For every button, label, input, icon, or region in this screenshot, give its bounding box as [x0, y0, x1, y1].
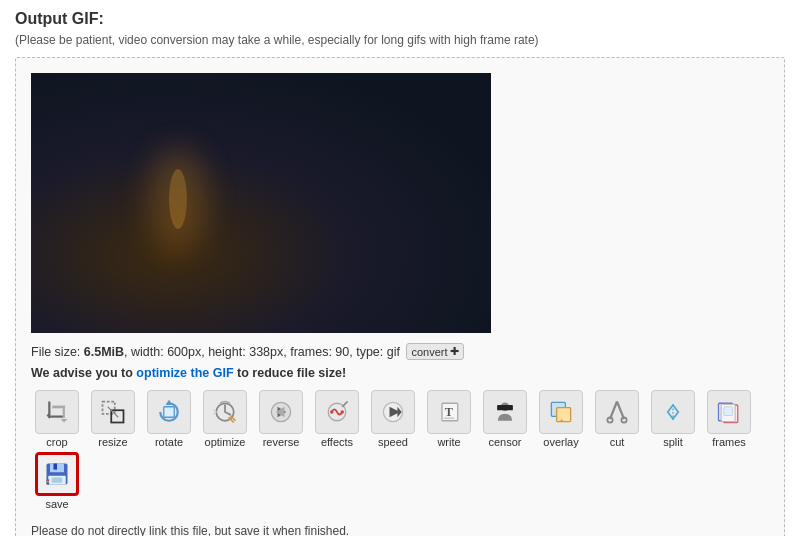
tool-crop[interactable]: crop [31, 390, 83, 448]
svg-line-8 [108, 407, 119, 418]
cut-label: cut [610, 436, 625, 448]
cut-icon [595, 390, 639, 434]
svg-rect-1 [48, 416, 64, 418]
save-icon [35, 452, 79, 496]
tool-effects[interactable]: effects [311, 390, 363, 448]
crop-label: crop [46, 436, 67, 448]
convert-button[interactable]: convert ✚ [406, 343, 463, 360]
tool-censor[interactable]: censor [479, 390, 531, 448]
optimize-link[interactable]: optimize the GIF [136, 366, 233, 380]
overlay-label: overlay [543, 436, 578, 448]
file-info: File size: 6.5MiB, width: 600px, height:… [31, 343, 769, 360]
resize-label: resize [98, 436, 127, 448]
rotate-icon [147, 390, 191, 434]
tool-resize[interactable]: resize [87, 390, 139, 448]
svg-point-18 [330, 410, 334, 414]
notice-line-1: Please do not directly link this file, b… [31, 522, 769, 536]
write-label: write [437, 436, 460, 448]
frames-icon [707, 390, 751, 434]
svg-marker-9 [166, 400, 173, 405]
optimize-label: optimize [205, 436, 246, 448]
tool-overlay[interactable]: + overlay [535, 390, 587, 448]
speed-icon [371, 390, 415, 434]
conversion-notice: (Please be patient, video conversion may… [15, 33, 785, 47]
svg-text:+: + [559, 416, 564, 425]
overlay-icon: + [539, 390, 583, 434]
svg-marker-5 [61, 419, 68, 423]
svg-rect-48 [47, 481, 50, 483]
tool-write[interactable]: T write [423, 390, 475, 448]
optimize-icon [203, 390, 247, 434]
effects-label: effects [321, 436, 353, 448]
file-size-value: 6.5MiB [84, 345, 124, 359]
tool-optimize[interactable]: optimize [199, 390, 251, 448]
svg-text:T: T [445, 405, 453, 419]
svg-rect-29 [497, 405, 513, 410]
main-container: File size: 6.5MiB, width: 600px, height:… [15, 57, 785, 536]
bottom-notice: Please do not directly link this file, b… [31, 522, 769, 536]
write-icon: T [427, 390, 471, 434]
svg-rect-10 [164, 407, 175, 418]
effects-icon [315, 390, 359, 434]
speed-label: speed [378, 436, 408, 448]
reverse-label: reverse [263, 436, 300, 448]
svg-line-33 [610, 402, 617, 420]
svg-point-36 [621, 417, 626, 422]
svg-rect-41 [724, 407, 733, 416]
svg-line-20 [342, 402, 347, 407]
split-label: split [663, 436, 683, 448]
svg-point-35 [607, 417, 612, 422]
svg-rect-3 [63, 406, 65, 418]
tools-bar: crop resize rotate [31, 390, 769, 510]
tool-cut[interactable]: cut [591, 390, 643, 448]
tool-split[interactable]: split [647, 390, 699, 448]
page-title: Output GIF: [15, 10, 785, 28]
tool-frames[interactable]: frames [703, 390, 755, 448]
svg-rect-47 [47, 479, 50, 481]
svg-rect-46 [52, 478, 63, 483]
svg-line-34 [617, 402, 624, 420]
censor-icon [483, 390, 527, 434]
resize-icon [91, 390, 135, 434]
tool-save[interactable]: save [31, 452, 83, 510]
crop-icon [35, 390, 79, 434]
gif-preview [31, 73, 491, 333]
tool-reverse[interactable]: reverse [255, 390, 307, 448]
frames-label: frames [712, 436, 746, 448]
censor-label: censor [488, 436, 521, 448]
svg-point-19 [341, 410, 345, 414]
tool-speed[interactable]: speed [367, 390, 419, 448]
file-info-rest: , width: 600px, height: 338px, frames: 9… [124, 345, 400, 359]
split-icon [651, 390, 695, 434]
file-size-label: File size: 6.5MiB, width: 600px, height:… [31, 345, 400, 359]
svg-rect-49 [47, 483, 50, 485]
rotate-label: rotate [155, 436, 183, 448]
reverse-icon [259, 390, 303, 434]
save-label: save [45, 498, 68, 510]
optimize-notice: We advise you to optimize the GIF to red… [31, 366, 769, 380]
tool-rotate[interactable]: rotate [143, 390, 195, 448]
svg-rect-44 [54, 464, 58, 470]
